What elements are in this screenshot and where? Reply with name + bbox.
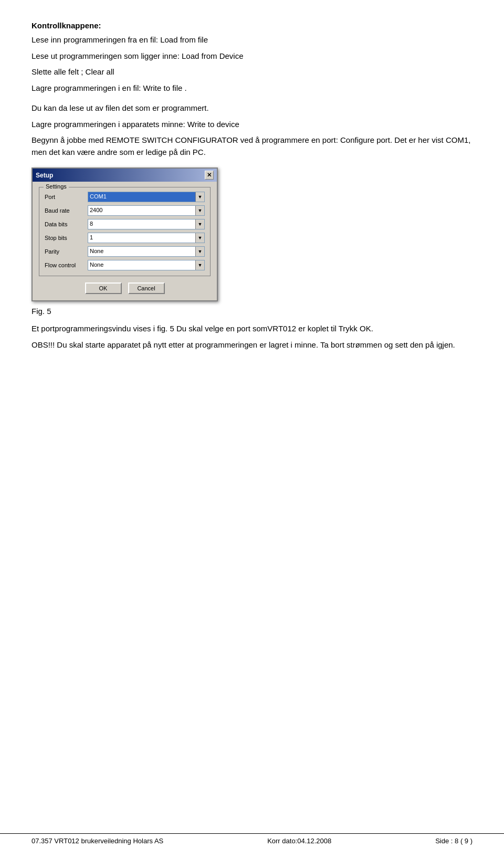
dialog-select-baud-rate[interactable]: 2400▼ <box>88 205 205 216</box>
dialog-row: Baud rate2400▼ <box>45 205 205 216</box>
cancel-button[interactable]: Cancel <box>128 282 165 294</box>
select-value: 1 <box>88 233 195 243</box>
page-content: Kontrollknappene: Lese inn programmering… <box>0 0 504 371</box>
dialog-row-label: Stop bits <box>45 235 88 241</box>
select-arrow-icon: ▼ <box>195 247 204 256</box>
dialog-rows-container: PortCOM1▼Baud rate2400▼Data bits8▼Stop b… <box>45 192 205 270</box>
dialog-select-port[interactable]: COM1▼ <box>88 192 205 202</box>
dialog-row: ParityNone▼ <box>45 246 205 257</box>
dialog-groupbox: Settings PortCOM1▼Baud rate2400▼Data bit… <box>39 187 211 276</box>
dialog-row: Stop bits1▼ <box>45 233 205 243</box>
intro-line: Slette alle felt ; Clear all <box>32 66 472 78</box>
dialog-row: Data bits8▼ <box>45 219 205 229</box>
dialog-select-flow-control[interactable]: None▼ <box>88 260 205 270</box>
dialog-title: Setup <box>36 172 53 179</box>
intro-line: Lese inn programmeringen fra en fil: Loa… <box>32 34 472 46</box>
dialog-row-label: Flow control <box>45 262 88 268</box>
dialog-row-label: Port <box>45 194 88 200</box>
intro-list: Lese inn programmeringen fra en fil: Loa… <box>32 34 472 94</box>
dialog-close-button[interactable]: ✕ <box>205 171 214 180</box>
dialog-titlebar: Setup ✕ <box>33 169 217 182</box>
select-value: 8 <box>88 219 195 229</box>
paragraph-1: Du kan da lese ut av filen det som er pr… <box>32 102 472 114</box>
footer-center: Korr dato:04.12.2008 <box>267 837 331 845</box>
select-value: None <box>88 260 195 270</box>
intro-line: Lese ut programmeringen som ligger inne:… <box>32 50 472 62</box>
dialog-body: Settings PortCOM1▼Baud rate2400▼Data bit… <box>33 182 217 300</box>
select-arrow-icon: ▼ <box>195 219 204 229</box>
footer-right: Side : 8 ( 9 ) <box>435 837 472 845</box>
fig-caption: Fig. 5 <box>32 307 472 316</box>
page-footer: 07.357 VRT012 brukerveiledning Holars AS… <box>0 833 504 848</box>
dialog-select-stop-bits[interactable]: 1▼ <box>88 233 205 243</box>
dialog-select-data-bits[interactable]: 8▼ <box>88 219 205 229</box>
dialog-button-row: OK Cancel <box>39 282 211 294</box>
dialog-row: Flow controlNone▼ <box>45 260 205 270</box>
select-value: 2400 <box>88 206 195 215</box>
dialog-row: PortCOM1▼ <box>45 192 205 202</box>
dialog-select-parity[interactable]: None▼ <box>88 246 205 257</box>
titlebar-left: Setup <box>36 172 53 179</box>
select-arrow-icon: ▼ <box>195 233 204 243</box>
select-arrow-icon: ▼ <box>195 260 204 270</box>
paragraph-4: Et portprogrammeringsvindu vises i fig. … <box>32 323 472 335</box>
footer-left: 07.357 VRT012 brukerveiledning Holars AS <box>32 837 163 845</box>
intro-line: Lagre programmeringen i en fil: Write to… <box>32 82 472 95</box>
groupbox-legend: Settings <box>44 183 69 190</box>
paragraph-5: OBS!!! Du skal starte apparatet på nytt … <box>32 339 472 351</box>
paragraph-3: Begynn å jobbe med REMOTE SWITCH CONFIGU… <box>32 134 472 158</box>
dialog-row-label: Baud rate <box>45 207 88 214</box>
dialog-row-label: Data bits <box>45 221 88 227</box>
select-arrow-icon: ▼ <box>195 192 204 202</box>
select-arrow-icon: ▼ <box>195 206 204 215</box>
dialog-wrapper: Setup ✕ Settings PortCOM1▼Baud rate2400▼… <box>32 167 472 301</box>
select-value: None <box>88 247 195 256</box>
paragraph-2: Lagre programmeringen i apparatets minne… <box>32 119 472 131</box>
select-value: COM1 <box>88 192 195 202</box>
ok-button[interactable]: OK <box>85 282 122 294</box>
section-heading: Kontrollknappene: <box>32 21 472 30</box>
setup-dialog: Setup ✕ Settings PortCOM1▼Baud rate2400▼… <box>32 167 218 301</box>
dialog-row-label: Parity <box>45 248 88 255</box>
